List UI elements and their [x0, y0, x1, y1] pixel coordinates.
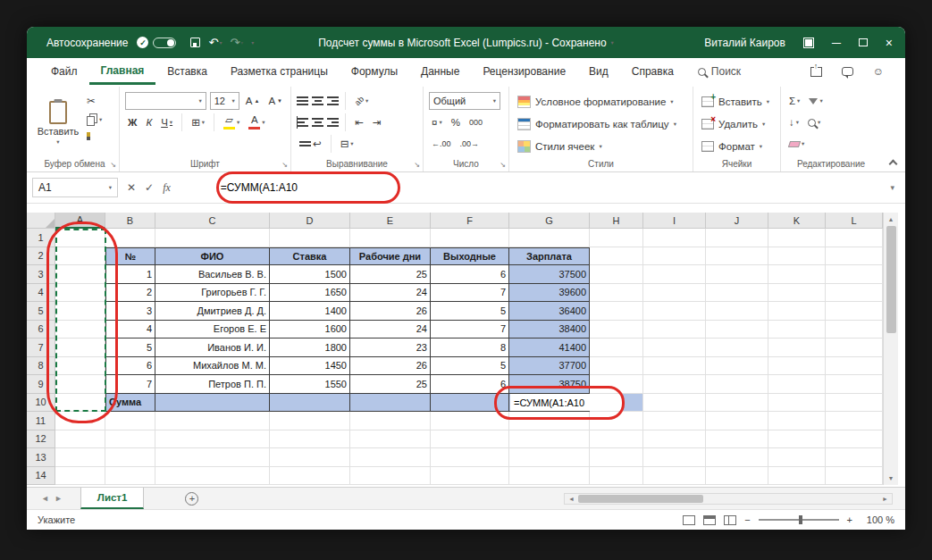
cell-C10[interactable] — [155, 394, 270, 413]
cell-D14[interactable] — [270, 467, 350, 486]
cell-H1[interactable] — [590, 229, 643, 247]
cell-D6[interactable]: 1600 — [270, 321, 350, 339]
col-header-E[interactable]: E — [350, 213, 431, 229]
page-break-view-button[interactable] — [724, 515, 736, 525]
cell-K5[interactable] — [768, 302, 826, 321]
cell-E2[interactable]: Рабочие дни — [350, 247, 431, 266]
cell-F6[interactable]: 7 — [431, 321, 509, 339]
number-dialog-launcher[interactable]: ↘ — [500, 162, 506, 169]
save-icon[interactable] — [190, 38, 200, 47]
borders-button[interactable]: ⊞▾ — [189, 115, 207, 130]
cell-F8[interactable]: 5 — [431, 357, 509, 376]
horizontal-scroll-thumb[interactable] — [578, 495, 703, 503]
cell-F1[interactable] — [431, 229, 509, 247]
cell-G13[interactable] — [509, 448, 590, 467]
cell-C3[interactable]: Васильев В. В. — [155, 265, 270, 284]
vertical-scrollbar[interactable]: ▲ ▼ — [883, 213, 898, 485]
cell-H5[interactable] — [590, 302, 643, 321]
col-header-H[interactable]: H — [590, 213, 643, 229]
cell-I4[interactable] — [643, 284, 706, 303]
row-header-12[interactable]: 12 — [27, 430, 55, 449]
alignment-dialog-launcher[interactable]: ↘ — [414, 162, 420, 169]
cell-L12[interactable] — [826, 430, 883, 449]
cell-C4[interactable]: Григорьев Г. Г. — [155, 284, 270, 303]
cell-H4[interactable] — [590, 284, 643, 303]
cell-F7[interactable]: 8 — [431, 339, 509, 357]
cell-C8[interactable]: Михайлов М. М. — [155, 357, 270, 376]
cell-B13[interactable] — [105, 448, 155, 467]
minimize-button[interactable]: ─ — [832, 37, 841, 49]
cell-B5[interactable]: 3 — [105, 302, 155, 321]
formula-input[interactable]: =СУММ(A1:A10 — [180, 178, 887, 197]
format-as-table-button[interactable]: Форматировать как таблицу▾ — [515, 113, 687, 135]
col-header-J[interactable]: J — [706, 213, 768, 229]
restore-button[interactable] — [859, 38, 868, 46]
font-color-button[interactable]: А▾ — [246, 114, 267, 130]
redo-button[interactable]: ↷▾ — [230, 36, 243, 49]
align-bottom-button[interactable] — [327, 95, 339, 108]
bold-button[interactable]: Ж — [125, 116, 139, 129]
autosum-button[interactable]: Σ▾ — [786, 95, 802, 107]
cell-I12[interactable] — [643, 430, 706, 449]
cell-E1[interactable] — [350, 229, 431, 247]
font-size-combo[interactable]: 12▾ — [210, 92, 239, 110]
cell-L6[interactable] — [826, 321, 883, 339]
cell-I14[interactable] — [643, 467, 706, 486]
col-header-I[interactable]: I — [643, 213, 706, 229]
cell-E5[interactable]: 26 — [350, 302, 431, 321]
cell-D10[interactable] — [270, 394, 350, 413]
cell-L1[interactable] — [826, 229, 883, 247]
ribbon-display-options-icon[interactable] — [803, 38, 814, 48]
decrease-decimal-button[interactable]: .00→ — [458, 138, 483, 149]
delete-cells-button[interactable]: Удалить▾ — [699, 113, 775, 135]
cell-H9[interactable] — [590, 375, 643, 394]
format-painter-button[interactable] — [84, 131, 105, 141]
font-name-combo[interactable]: ▾ — [125, 92, 206, 110]
cell-H6[interactable] — [590, 321, 643, 339]
zoom-out-button[interactable]: − — [744, 514, 750, 525]
cell-B8[interactable]: 6 — [105, 357, 155, 376]
align-right-button[interactable] — [327, 116, 339, 130]
clear-button[interactable]: ▾ — [786, 139, 807, 148]
cell-J2[interactable] — [706, 247, 768, 266]
cell-K14[interactable] — [768, 467, 826, 486]
cell-B10[interactable]: Сумма — [105, 394, 155, 413]
cell-J8[interactable] — [706, 357, 768, 376]
cell-J11[interactable] — [706, 412, 768, 430]
cell-G6[interactable]: 38400 — [509, 321, 590, 339]
cell-D11[interactable] — [270, 412, 350, 430]
cell-F11[interactable] — [431, 412, 509, 430]
row-header-11[interactable]: 11 — [27, 412, 55, 430]
insert-function-button[interactable]: fx — [163, 181, 171, 195]
zoom-in-button[interactable]: + — [847, 514, 852, 525]
number-format-combo[interactable]: Общий▾ — [429, 92, 500, 110]
col-header-B[interactable]: B — [105, 213, 155, 229]
cell-I2[interactable] — [643, 247, 706, 266]
cell-G11[interactable] — [509, 412, 590, 430]
cell-K11[interactable] — [768, 412, 826, 430]
cut-button[interactable]: ✂ — [84, 94, 105, 108]
merge-center-button[interactable]: ⊟▾ — [338, 137, 357, 151]
cell-L2[interactable] — [826, 247, 883, 266]
cell-E4[interactable]: 24 — [350, 284, 431, 303]
scroll-down-icon[interactable]: ▼ — [888, 472, 894, 485]
cell-D9[interactable]: 1550 — [270, 375, 350, 394]
cell-G7[interactable]: 41400 — [509, 339, 590, 357]
cell-D1[interactable] — [270, 229, 350, 247]
cell-E11[interactable] — [350, 412, 431, 430]
cell-C7[interactable]: Иванов И. И. — [155, 339, 270, 357]
fill-color-button[interactable]: ▱▾ — [221, 114, 242, 130]
col-header-K[interactable]: K — [768, 213, 826, 229]
feedback-smiley-icon[interactable]: ☺ — [873, 65, 884, 78]
conditional-formatting-button[interactable]: Условное форматирование▾ — [515, 90, 687, 113]
page-layout-view-button[interactable] — [703, 515, 716, 525]
cell-K13[interactable] — [768, 448, 826, 467]
cell-I1[interactable] — [643, 229, 706, 247]
row-header-5[interactable]: 5 — [27, 302, 55, 321]
cell-F13[interactable] — [431, 448, 509, 467]
format-cells-button[interactable]: Формат▾ — [699, 135, 775, 157]
cell-B6[interactable]: 4 — [105, 321, 155, 339]
cell-F2[interactable]: Выходные — [431, 247, 509, 266]
cell-D4[interactable]: 1650 — [270, 284, 350, 303]
title-dropdown-icon[interactable]: ▾ — [611, 39, 614, 46]
